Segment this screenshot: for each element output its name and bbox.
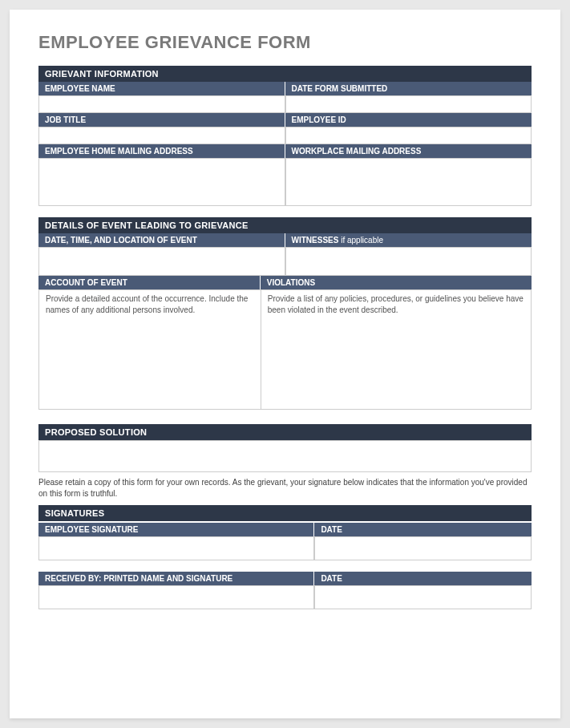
date-time-location-input[interactable] [38, 247, 285, 276]
date-submitted-input[interactable] [285, 95, 532, 113]
job-title-input[interactable] [38, 127, 285, 144]
violations-hint: Provide a list of any policies, procedur… [261, 290, 531, 318]
account-hint: Provide a detailed account of the occurr… [39, 290, 261, 318]
date-submitted-label: DATE FORM SUBMITTED [285, 82, 532, 95]
witnesses-rest: if applicable [338, 236, 383, 245]
proposed-solution-input[interactable] [38, 440, 532, 472]
signatures-section-header: SIGNATURES [38, 505, 532, 521]
violations-label: VIOLATIONS [261, 276, 532, 289]
employee-id-input[interactable] [285, 127, 532, 144]
home-address-label: EMPLOYEE HOME MAILING ADDRESS [38, 144, 285, 158]
witnesses-label: WITNESSES if applicable [285, 233, 532, 247]
form-page: EMPLOYEE GRIEVANCE FORM GRIEVANT INFORMA… [10, 10, 560, 718]
received-by-input[interactable] [38, 585, 314, 609]
account-input[interactable]: Provide a detailed account of the occurr… [38, 289, 261, 410]
violations-input[interactable]: Provide a list of any policies, procedur… [261, 289, 532, 410]
date-time-location-label: DATE, TIME, AND LOCATION OF EVENT [38, 233, 285, 247]
details-section-header: DETAILS OF EVENT LEADING TO GRIEVANCE [38, 217, 532, 233]
home-address-input[interactable] [38, 158, 285, 206]
employee-name-input[interactable] [38, 95, 285, 113]
form-title: EMPLOYEE GRIEVANCE FORM [38, 32, 532, 53]
proposed-section-header: PROPOSED SOLUTION [38, 424, 532, 440]
workplace-address-input[interactable] [285, 158, 532, 206]
employee-name-label: EMPLOYEE NAME [38, 82, 285, 95]
account-label: ACCOUNT OF EVENT [38, 276, 261, 289]
signature-date2-input[interactable] [314, 585, 532, 609]
grievant-section-header: GRIEVANT INFORMATION [38, 66, 532, 82]
employee-signature-label: EMPLOYEE SIGNATURE [38, 523, 314, 536]
witnesses-bold: WITNESSES [292, 236, 339, 245]
job-title-label: JOB TITLE [38, 113, 285, 127]
witnesses-input[interactable] [285, 247, 532, 276]
signature-date1-input[interactable] [314, 536, 532, 560]
workplace-address-label: WORKPLACE MAILING ADDRESS [285, 144, 532, 158]
signature-date1-label: DATE [314, 523, 532, 536]
disclaimer-text: Please retain a copy of this form for yo… [38, 477, 532, 499]
employee-id-label: EMPLOYEE ID [285, 113, 532, 127]
signature-date2-label: DATE [314, 572, 532, 585]
employee-signature-input[interactable] [38, 536, 314, 560]
received-by-label: RECEIVED BY: PRINTED NAME AND SIGNATURE [38, 572, 314, 585]
